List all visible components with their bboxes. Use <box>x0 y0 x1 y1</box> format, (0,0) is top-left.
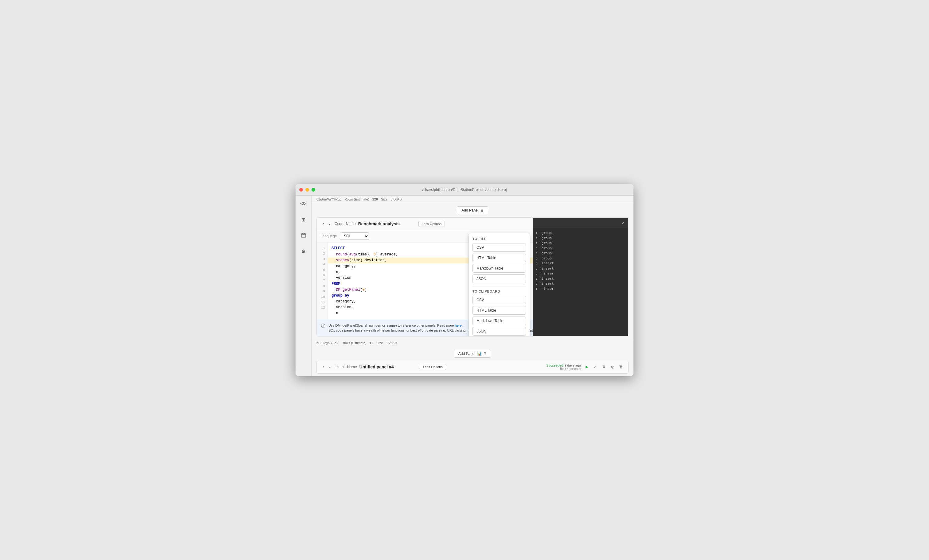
bottom-meta-bar: nPE6rgblY9oV Rows (Estimate) 12 Size 1.2… <box>311 339 633 347</box>
size-label-bottom: Size <box>376 341 383 345</box>
panel4-delete-icon[interactable]: 🗑 <box>618 364 625 370</box>
add-panel-bar-top: Add Panel ⊞ <box>311 203 633 217</box>
main-panel: ∧ ∨ Code Name Less Options Succeeded 1 d… <box>316 217 629 336</box>
panel4-expand-icon[interactable]: ⤢ <box>592 364 599 370</box>
panel-nav-up[interactable]: ∧ <box>320 221 326 226</box>
panel4-less-options-button[interactable]: Less Options <box>420 364 446 370</box>
panel4-status-when: 9 days ago <box>564 364 581 367</box>
export-json-clipboard[interactable]: JSON <box>472 327 526 335</box>
app-body: </> ⊞ ⚙ <box>296 196 633 376</box>
bar-chart-icon: 📊 <box>477 352 482 356</box>
panel4-name-input[interactable] <box>359 364 417 369</box>
to-file-title: TO FILE <box>472 237 526 241</box>
close-button[interactable] <box>299 188 303 191</box>
grid-icon: ⊞ <box>301 217 305 223</box>
export-json-file[interactable]: JSON <box>472 274 526 283</box>
calendar-icon <box>301 233 306 239</box>
export-html-clipboard[interactable]: HTML Table <box>472 306 526 315</box>
panel4-nav-arrows: ∧ ∨ <box>320 364 332 370</box>
info-text-1: Use DM_getPanel($panel_number_or_name) t… <box>328 324 455 327</box>
sidebar-item-calendar[interactable] <box>299 231 308 240</box>
add-panel-button-bottom[interactable]: Add Panel 📊 ⊞ <box>454 350 491 358</box>
panel4-name-label: Name <box>347 365 357 369</box>
sidebar-item-grid[interactable]: ⊞ <box>299 214 308 225</box>
export-markdown-clipboard[interactable]: Markdown Table <box>472 317 526 325</box>
traffic-lights <box>299 188 315 191</box>
export-markdown-file[interactable]: Markdown Table <box>472 264 526 272</box>
panel4: ∧ ∨ Literal Name Less Options Succeeded … <box>316 361 629 373</box>
sidebar-item-code[interactable]: </> <box>299 199 308 208</box>
language-select[interactable]: SQL JavaScript Python <box>340 233 369 240</box>
rows-label-bottom: Rows (Estimate) <box>342 341 366 345</box>
export-csv-clipboard[interactable]: CSV <box>472 296 526 304</box>
panel4-nav-down[interactable]: ∨ <box>327 364 332 370</box>
panel-nav-down[interactable]: ∨ <box>327 221 332 226</box>
panel-name-label: Name <box>346 222 356 226</box>
panel-id-top: 61g6aWuYYRqJ <box>316 197 341 201</box>
settings-icon: ⚙ <box>301 249 305 254</box>
language-label: Language <box>320 234 337 238</box>
size-value-bottom: 1.28KB <box>386 341 397 345</box>
info-link-1[interactable]: here <box>455 324 462 327</box>
size-value-top: 8.66KB <box>391 197 402 201</box>
less-options-button[interactable]: Less Options <box>419 221 445 227</box>
maximize-button[interactable] <box>311 188 315 191</box>
panel4-download-icon[interactable]: ⬇ <box>601 364 607 370</box>
svg-rect-0 <box>301 234 306 237</box>
panel4-action-icons: ▶ ⤢ ⬇ ◎ 🗑 <box>583 364 625 370</box>
app-window: /Users/philipeaton/DataStationProjects/d… <box>296 184 633 376</box>
to-clipboard-title: TO CLIPBOARD <box>472 289 526 293</box>
result-panel-header: ⤢ <box>533 218 628 228</box>
result-panel: ⤢ : "group_ : "group_ : "group_ : "group… <box>533 218 628 336</box>
titlebar: /Users/philipeaton/DataStationProjects/d… <box>296 184 633 196</box>
rows-label-top: Rows (Estimate) <box>344 197 369 201</box>
add-panel-label-bottom: Add Panel <box>458 352 475 356</box>
add-panel-label-top: Add Panel <box>461 208 478 213</box>
add-panel-button-top[interactable]: Add Panel ⊞ <box>457 206 488 214</box>
main-content: 61g6aWuYYRqJ Rows (Estimate) 120 Size 8.… <box>311 196 633 376</box>
top-meta-bar: 61g6aWuYYRqJ Rows (Estimate) 120 Size 8.… <box>311 196 633 203</box>
size-label-top: Size <box>381 197 387 201</box>
panel4-status-duration: Took 4 seconds <box>560 367 581 370</box>
info-icon: ⓘ <box>321 323 325 329</box>
panel4-run-icon[interactable]: ▶ <box>583 364 590 370</box>
panel4-status-label: Succeeded <box>546 364 563 367</box>
minimize-button[interactable] <box>305 188 309 191</box>
add-panel-icon-top: ⊞ <box>480 208 484 213</box>
export-csv-file[interactable]: CSV <box>472 243 526 252</box>
window-title: /Users/philipeaton/DataStationProjects/d… <box>422 188 507 192</box>
panel4-status-indicator: Succeeded 9 days ago Took 4 seconds <box>546 364 581 370</box>
panel4-type-label: Literal <box>334 365 345 369</box>
rows-value-bottom: 12 <box>369 341 373 345</box>
export-html-file[interactable]: HTML Table <box>472 254 526 262</box>
line-numbers: 12345 678910 1112 <box>317 243 328 319</box>
rows-value-top: 120 <box>373 197 378 201</box>
panel-nav-arrows: ∧ ∨ <box>320 221 332 226</box>
panel-type-label: Code <box>334 222 343 226</box>
sidebar-item-settings[interactable]: ⚙ <box>299 246 308 256</box>
sidebar: </> ⊞ ⚙ <box>296 196 311 376</box>
export-dropdown: TO FILE CSV HTML Table Markdown Table JS… <box>469 233 530 336</box>
result-expand-icon[interactable]: ⤢ <box>619 220 626 226</box>
panel4-header: ∧ ∨ Literal Name Less Options Succeeded … <box>317 361 628 373</box>
result-content: : "group_ : "group_ : "group_ : "group_ … <box>533 228 628 336</box>
panel4-nav-up[interactable]: ∧ <box>320 364 326 370</box>
panel4-header-right: Succeeded 9 days ago Took 4 seconds ▶ ⤢ … <box>546 364 625 370</box>
code-icon: </> <box>300 201 306 206</box>
panel-id-bottom: nPE6rgblY9oV <box>316 341 339 345</box>
add-panel-bar-bottom: Add Panel 📊 ⊞ <box>311 347 633 361</box>
table-icon: ⊞ <box>484 352 487 356</box>
panel-name-input[interactable] <box>358 221 416 226</box>
panel4-hide-icon[interactable]: ◎ <box>609 364 616 370</box>
